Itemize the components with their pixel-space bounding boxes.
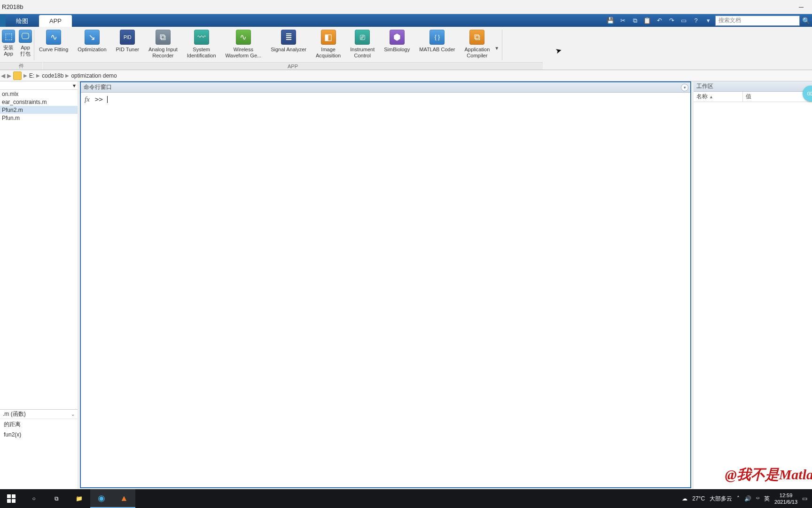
search-button[interactable]: ○ bbox=[23, 489, 45, 508]
start-button[interactable] bbox=[0, 489, 23, 508]
workspace-col-name[interactable]: 名称▲ bbox=[694, 92, 743, 102]
copy-icon[interactable]: ⧉ bbox=[630, 16, 640, 26]
addr-seg-1[interactable]: code18b bbox=[42, 72, 63, 79]
chevron-right-icon: ▶ bbox=[23, 73, 27, 78]
details-line: 的距离 bbox=[0, 419, 78, 430]
search-docs-input[interactable]: 搜索文档 bbox=[715, 16, 800, 26]
workspace-table-header: 名称▲ 值 bbox=[694, 92, 812, 102]
workspace-header: 工作区 bbox=[694, 81, 812, 92]
wifi-icon[interactable]: ⌔ bbox=[756, 495, 759, 502]
command-prompt: >> bbox=[95, 95, 103, 103]
tab-app[interactable]: APP bbox=[39, 15, 72, 27]
workspace-body bbox=[694, 102, 812, 489]
details-line: fun2(x) bbox=[0, 430, 78, 439]
file-details-panel: .m (函数) ⌄ 的距离 fun2(x) bbox=[0, 409, 78, 489]
simbio-icon: ⬢ bbox=[390, 30, 405, 45]
chevron-right-icon: ▶ bbox=[36, 73, 40, 78]
weather-desc[interactable]: 大部多云 bbox=[710, 495, 732, 503]
watermark-text: @我不是Matlab bbox=[725, 465, 812, 484]
analog-icon: ⧉ bbox=[156, 30, 171, 45]
command-window-panel: 命令行窗口 ▾ fx >> bbox=[79, 81, 694, 489]
text-cursor bbox=[107, 96, 108, 103]
ribbon-group-label-app: APP bbox=[43, 62, 543, 70]
layout-icon[interactable]: ▭ bbox=[679, 16, 689, 26]
main-area: ▾ on.mlxear_constraints.mPfun2.mPfun.m .… bbox=[0, 81, 812, 489]
window-title: R2018b bbox=[2, 3, 23, 10]
addr-back-icon[interactable]: ◀ bbox=[1, 72, 5, 79]
tray-chevron-icon[interactable]: ˄ bbox=[737, 495, 740, 502]
windows-taskbar: ○ ⧉ 📁 ◉ ▲ ☁ 27°C 大部多云 ˄ 🔊 ⌔ 英 12:59 2021… bbox=[0, 489, 812, 508]
file-row[interactable]: on.mlx bbox=[0, 90, 78, 98]
system-tray: ☁ 27°C 大部多云 ˄ 🔊 ⌔ 英 12:59 2021/6/13 ▭ bbox=[682, 492, 812, 505]
svg-rect-3 bbox=[12, 499, 16, 503]
sort-asc-icon: ▲ bbox=[709, 95, 713, 99]
taskbar-clock[interactable]: 12:59 2021/6/13 bbox=[774, 492, 797, 505]
help-icon[interactable]: ? bbox=[691, 16, 701, 26]
panel-menu-icon[interactable]: ▾ bbox=[681, 84, 688, 91]
undo-icon[interactable]: ↶ bbox=[654, 16, 664, 26]
package-icon: 🖵 bbox=[19, 30, 32, 43]
svg-rect-0 bbox=[7, 494, 11, 498]
save-icon[interactable]: 💾 bbox=[605, 16, 616, 26]
ribbon-toolstrip: ⬚安装App 🖵App打包 ∿Curve Fitting ↘Optimizati… bbox=[0, 27, 812, 70]
ime-indicator[interactable]: 英 bbox=[764, 495, 770, 503]
tab-plot[interactable]: 绘图 bbox=[6, 15, 39, 27]
edge-browser-button[interactable]: ◉ bbox=[90, 489, 113, 508]
workspace-col-value[interactable]: 值 bbox=[743, 92, 812, 102]
folder-icon[interactable] bbox=[13, 71, 22, 80]
coder-icon: { } bbox=[429, 30, 445, 45]
current-folder-panel: ▾ on.mlxear_constraints.mPfun2.mPfun.m .… bbox=[0, 81, 79, 489]
weather-icon[interactable]: ☁ bbox=[682, 495, 687, 502]
tabstrip-corner bbox=[0, 14, 6, 27]
chevron-right-icon: ▶ bbox=[65, 73, 69, 78]
command-window-body[interactable]: fx >> bbox=[81, 93, 690, 487]
optimization-icon: ↘ bbox=[85, 30, 100, 45]
sysid-icon: 〰 bbox=[194, 30, 209, 45]
curve-fitting-icon: ∿ bbox=[46, 30, 61, 45]
file-row[interactable]: Pfun2.m bbox=[0, 106, 78, 114]
addr-drive[interactable]: E: bbox=[29, 72, 34, 79]
workspace-panel: 工作区 名称▲ 值 bbox=[694, 81, 812, 489]
fx-icon[interactable]: fx bbox=[85, 95, 90, 103]
window-minimize-button[interactable]: ─ bbox=[790, 0, 812, 14]
wireless-icon: ∿ bbox=[236, 30, 251, 45]
volume-icon[interactable]: 🔊 bbox=[744, 495, 751, 502]
addr-seg-2[interactable]: optimization demo bbox=[71, 72, 117, 79]
panel-menu-icon[interactable]: ▾ bbox=[73, 82, 76, 89]
notifications-icon[interactable]: ▭ bbox=[802, 495, 807, 502]
ribbon-tabstrip: 绘图 APP 💾 ✂ ⧉ 📋 ↶ ↷ ▭ ? ▾ 搜索文档 🔍 bbox=[0, 14, 812, 27]
file-details-header[interactable]: .m (函数) ⌄ bbox=[0, 410, 78, 419]
pid-icon: PID bbox=[120, 30, 135, 45]
matlab-app-button[interactable]: ▲ bbox=[113, 489, 135, 508]
task-view-button[interactable]: ⧉ bbox=[45, 489, 68, 508]
file-list-header: ▾ bbox=[0, 81, 78, 90]
command-window-header: 命令行窗口 ▾ bbox=[81, 82, 690, 93]
paste-icon[interactable]: 📋 bbox=[642, 16, 652, 26]
signal-icon: ≣ bbox=[281, 30, 296, 45]
svg-rect-2 bbox=[7, 499, 11, 503]
window-title-bar: R2018b ─ bbox=[0, 0, 812, 14]
search-icon[interactable]: 🔍 bbox=[802, 17, 810, 24]
cut-icon[interactable]: ✂ bbox=[617, 16, 628, 26]
redo-icon[interactable]: ↷ bbox=[666, 16, 677, 26]
weather-temp[interactable]: 27°C bbox=[692, 495, 705, 502]
instrument-icon: ⎚ bbox=[355, 30, 370, 45]
image-acq-icon: ◧ bbox=[321, 30, 336, 45]
install-icon: ⬚ bbox=[2, 30, 15, 43]
svg-rect-1 bbox=[12, 494, 16, 498]
file-explorer-button[interactable]: 📁 bbox=[68, 489, 90, 508]
file-row[interactable]: ear_constraints.m bbox=[0, 98, 78, 106]
compiler-icon: ⧉ bbox=[469, 30, 484, 45]
file-row[interactable]: Pfun.m bbox=[0, 114, 78, 122]
chevron-down-icon: ⌄ bbox=[71, 412, 75, 417]
ribbon-group-label-file: 件 bbox=[0, 62, 42, 70]
ribbon-more-apps[interactable]: ▼ bbox=[494, 46, 502, 51]
addr-fwd-icon[interactable]: ▶ bbox=[7, 72, 11, 79]
address-bar: ◀ ▶ ▶ E: ▶ code18b ▶ optimization demo bbox=[0, 70, 812, 81]
file-list: ▾ on.mlxear_constraints.mPfun2.mPfun.m bbox=[0, 81, 78, 409]
dropdown-icon[interactable]: ▾ bbox=[703, 16, 713, 26]
